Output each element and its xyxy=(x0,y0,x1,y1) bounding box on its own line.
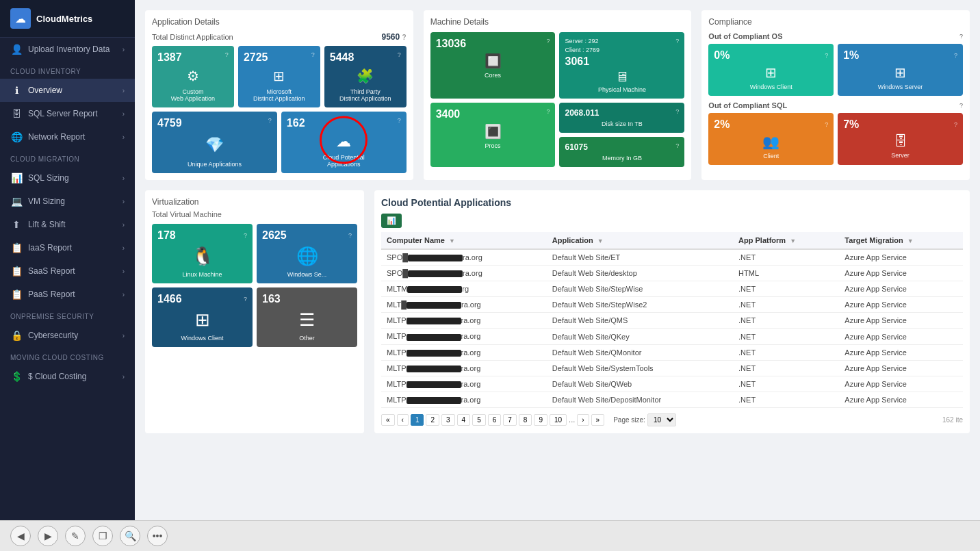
help-icon[interactable]: ? xyxy=(311,51,315,58)
zoom-button[interactable]: 🔍 xyxy=(120,526,140,546)
page-8-button[interactable]: 8 xyxy=(519,414,532,426)
application-header[interactable]: Application ▼ xyxy=(547,232,733,249)
page-3-button[interactable]: 3 xyxy=(441,414,455,426)
total-vm-label: Total Virtual Machine xyxy=(152,210,357,218)
table-row: MLT█ra.orgDefault Web Site/StepWise2.NET… xyxy=(381,297,963,313)
page-9-button[interactable]: 9 xyxy=(534,414,547,426)
computer-name-header[interactable]: Computer Name ▼ xyxy=(381,232,547,249)
machine-grid: 13036 ? 🔲 Cores Server : 292 ? Client : … xyxy=(430,32,685,167)
db-server-icon: 🗄 xyxy=(843,133,957,149)
computer-name-cell: MLTPra.org xyxy=(381,360,547,376)
iaas-icon: 📋 xyxy=(10,242,23,253)
page-size-select[interactable]: 10 25 50 xyxy=(647,413,676,426)
server-count-label: Server : 292 xyxy=(565,38,598,44)
sidebar-item-cybersecurity[interactable]: 🔒 Cybersecurity › xyxy=(0,324,135,347)
sidebar-item-sql-sizing[interactable]: 📊 SQL Sizing › xyxy=(0,166,135,190)
chevron-icon: › xyxy=(122,291,125,298)
page-4-button[interactable]: 4 xyxy=(457,414,471,426)
procs-number: 3400 xyxy=(436,108,461,120)
sidebar-item-vm-sizing[interactable]: 💻 VM Sizing › xyxy=(0,190,135,213)
filter-icon: ▼ xyxy=(790,238,796,244)
sidebar-item-label: VM Sizing xyxy=(28,196,65,206)
windows-icon: ⊞ xyxy=(244,68,315,84)
platform-cell: .NET xyxy=(733,249,839,266)
table-row: SPO█ra.orgDefault Web Site/ET.NETAzure A… xyxy=(381,249,963,266)
windows-server-os-label: Windows Server xyxy=(843,84,957,90)
computer-name-cell: MLTPra.org xyxy=(381,329,547,344)
help-icon[interactable]: ? xyxy=(268,117,272,124)
app-platform-header[interactable]: App Platform ▼ xyxy=(733,232,839,249)
cloud-potential-table: Computer Name ▼ Application ▼ App Platfo… xyxy=(381,232,963,408)
compliant-os-title: Out of Compliant OS xyxy=(708,32,782,40)
help-icon[interactable]: ? xyxy=(348,232,352,239)
linux-icon: 🐧 xyxy=(157,246,247,267)
help-icon[interactable]: ? xyxy=(675,38,679,44)
os-client-pct: 0% xyxy=(714,49,730,62)
sidebar-item-cloud-costing[interactable]: 💲 $ Cloud Costing › xyxy=(0,365,135,388)
help-icon[interactable]: ? xyxy=(959,33,963,40)
copy-button[interactable]: ❐ xyxy=(92,526,113,546)
page-7-button[interactable]: 7 xyxy=(503,414,517,426)
edit-button[interactable]: ✎ xyxy=(65,526,86,546)
computer-name-cell: MLT█ra.org xyxy=(381,297,547,313)
help-icon[interactable]: ? xyxy=(675,142,679,152)
sidebar-item-sql-server-report[interactable]: 🗄 SQL Server Report › xyxy=(0,102,135,125)
page-10-button[interactable]: 10 xyxy=(550,414,567,426)
virt-grid: 178 ? 🐧 Linux Machine 2625 ? 🌐 Windows S… xyxy=(152,224,357,347)
help-icon[interactable]: ? xyxy=(225,51,229,58)
sidebar-item-upload-inventory[interactable]: 👤 Upload Inventory Data › xyxy=(0,38,135,61)
help-icon[interactable]: ? xyxy=(954,52,957,59)
target-migration-header[interactable]: Target Migration ▼ xyxy=(839,232,963,249)
compliance-panel: Compliance Out of Compliant OS ? 0% ? ⊞ … xyxy=(701,10,970,180)
help-icon[interactable]: ? xyxy=(954,121,957,128)
client-count-label: Client : 2769 xyxy=(565,47,679,53)
sidebar-item-iaas-report[interactable]: 📋 IaaS Report › xyxy=(0,236,135,259)
computer-name-cell: SPO█ra.org xyxy=(381,266,547,281)
sql-server-pct: 7% xyxy=(843,118,859,131)
help-icon[interactable]: ? xyxy=(398,117,401,124)
page-1-button[interactable]: 1 xyxy=(411,414,424,426)
sidebar-item-label: IaaS Report xyxy=(28,243,72,253)
help-icon[interactable]: ? xyxy=(825,121,828,128)
forward-button[interactable]: ▶ xyxy=(38,526,58,546)
chevron-icon: › xyxy=(122,373,125,381)
help-icon[interactable]: ? xyxy=(244,232,247,239)
help-icon[interactable]: ? xyxy=(546,108,550,120)
back-button[interactable]: ◀ xyxy=(10,526,31,546)
migration-cell: Azure App Service xyxy=(839,297,963,313)
sidebar-item-label: Upload Inventory Data xyxy=(28,44,109,54)
logo-text: CloudMetrics xyxy=(36,14,92,24)
help-icon[interactable]: ? xyxy=(825,52,828,59)
total-distinct-number: 9560 ? xyxy=(382,32,407,42)
help-icon[interactable]: ? xyxy=(546,38,550,50)
page-5-button[interactable]: 5 xyxy=(472,414,486,426)
excel-export-button[interactable]: 📊 xyxy=(381,214,402,228)
help-icon[interactable]: ? xyxy=(959,102,963,109)
windows-client-virt-card: 1466 ? ⊞ Windows Client xyxy=(152,287,253,347)
last-page-button[interactable]: » xyxy=(591,414,605,426)
help-icon[interactable]: ? xyxy=(244,296,247,303)
help-icon[interactable]: ? xyxy=(675,108,679,118)
first-page-button[interactable]: « xyxy=(381,414,395,426)
overview-icon: ℹ xyxy=(10,85,23,96)
sidebar-item-paas-report[interactable]: 📋 PaaS Report › xyxy=(0,283,135,306)
page-2-button[interactable]: 2 xyxy=(426,414,439,426)
table-body: SPO█ra.orgDefault Web Site/ET.NETAzure A… xyxy=(381,249,963,407)
sidebar-item-overview[interactable]: ℹ Overview › xyxy=(0,79,135,102)
page-6-button[interactable]: 6 xyxy=(488,414,502,426)
section-cloud-inventory: Cloud Inventory xyxy=(0,61,135,79)
migration-cell: Azure App Service xyxy=(839,376,963,392)
sidebar-item-lift-shift[interactable]: ⬆ Lift & Shift › xyxy=(0,213,135,236)
help-icon[interactable]: ? xyxy=(398,51,401,58)
sidebar-item-network-report[interactable]: 🌐 Network Report › xyxy=(0,125,135,149)
sidebar-item-saas-report[interactable]: 📋 SaaS Report › xyxy=(0,259,135,283)
windows-server-number: 2625 xyxy=(262,229,287,242)
prev-page-button[interactable]: ‹ xyxy=(397,414,409,426)
total-help-icon[interactable]: ? xyxy=(402,34,407,41)
cloud-potential-applications-panel: Cloud Potential Applications 📊 Computer … xyxy=(374,190,970,433)
memory-label: Memory In GB xyxy=(565,155,679,162)
disk-number: 2068.011 xyxy=(565,108,599,118)
next-page-button[interactable]: › xyxy=(577,414,589,426)
more-button[interactable]: ••• xyxy=(147,526,168,546)
sql-server-card: 7% ? 🗄 Server xyxy=(838,113,963,165)
